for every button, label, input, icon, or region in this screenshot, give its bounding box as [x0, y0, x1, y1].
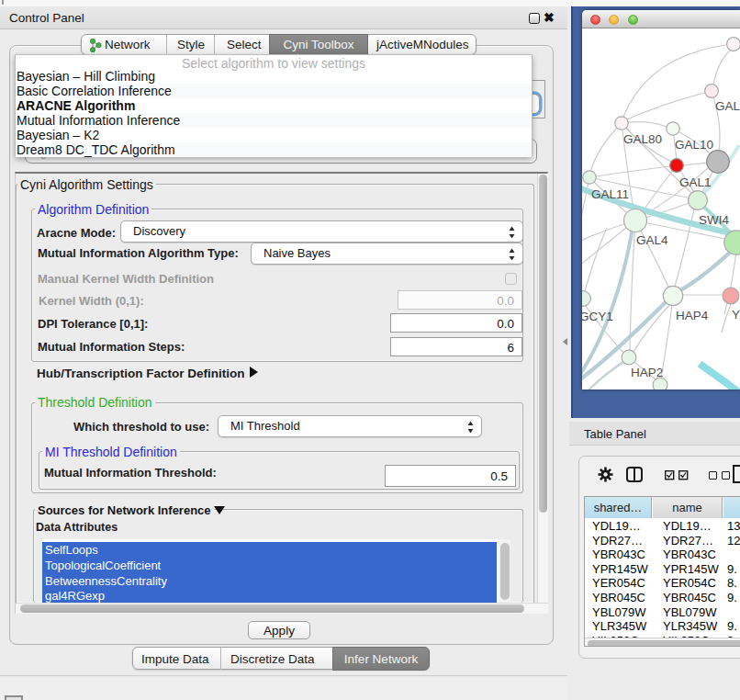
svg-text:GAL4: GAL4 [636, 233, 668, 247]
svg-text:GAL11: GAL11 [591, 187, 629, 201]
svg-text:SWI4: SWI4 [699, 213, 729, 227]
svg-text:HAP2: HAP2 [631, 366, 663, 379]
svg-text:GAL10: GAL10 [675, 138, 713, 152]
svg-text:Y: Y [732, 308, 740, 322]
svg-text:HAP4: HAP4 [676, 309, 709, 322]
svg-text:GAL1: GAL1 [679, 175, 712, 189]
svg-text:GCY1: GCY1 [582, 310, 613, 323]
svg-text:GAL8: GAL8 [715, 99, 740, 113]
svg-text:GAL80: GAL80 [623, 132, 662, 146]
